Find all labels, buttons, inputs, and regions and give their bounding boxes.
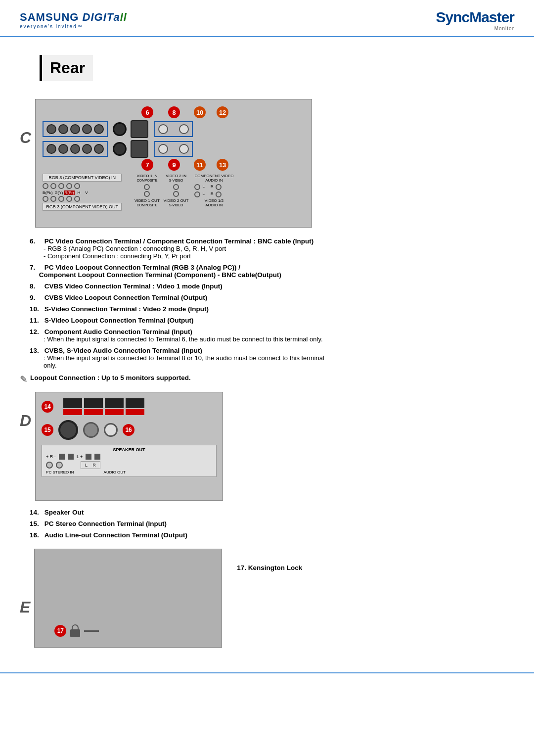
desc-num-14: 14. xyxy=(30,509,43,516)
v12-l xyxy=(194,191,200,197)
desc-item-10: 10. S-Video Connection Terminal : Video … xyxy=(30,305,514,313)
sp-sq4 xyxy=(94,454,100,460)
footer-line xyxy=(0,672,534,673)
desc-item-16: 16. Audio Line-out Connection Terminal (… xyxy=(30,531,514,539)
badge-7: 7 xyxy=(141,159,153,171)
l-conn-b1 xyxy=(43,196,48,202)
desc-num-12: 12. xyxy=(30,328,43,335)
v1-in-c xyxy=(144,184,150,190)
audio-r-label: R xyxy=(92,463,96,468)
desc-num-11: 11. xyxy=(30,317,43,324)
pc-audio-labels: PC STEREO IN AUDIO OUT xyxy=(46,470,212,474)
desc-item-7: 7. PC Video Loopout Connection Terminal … xyxy=(30,264,514,279)
conn7 xyxy=(58,144,68,154)
l-conn-a3 xyxy=(58,183,64,189)
desc-num-9: 9. xyxy=(30,294,43,301)
note-line: ✎ Loopout Connection : Up to 5 monitors … xyxy=(20,374,514,385)
desc-title-9: CVBS Video Loopout Connection Terminal (… xyxy=(44,294,207,301)
badge-13: 13 xyxy=(217,159,228,171)
comp-l-label: L xyxy=(202,184,204,190)
badge-6: 6 xyxy=(141,106,153,118)
audio-circ-l xyxy=(46,462,53,469)
rgb-out-group-top xyxy=(43,141,108,157)
desc-list-c: 6. PC Video Connection Terminal / Compon… xyxy=(30,237,514,369)
desc-num-10: 10. xyxy=(30,305,43,313)
component-audio-group xyxy=(154,121,193,137)
red-box-4 xyxy=(126,409,144,415)
desc-title-14: Speaker Out xyxy=(44,509,84,516)
desc-list-d: 14. Speaker Out 15. PC Stereo Connection… xyxy=(30,509,514,539)
desc-num-15: 15. xyxy=(30,520,43,527)
desc-sub-13a: : When the input signal is connected to … xyxy=(44,354,324,362)
v-label: V xyxy=(85,190,88,195)
red-box-2 xyxy=(84,409,103,415)
audio-r-top xyxy=(179,124,189,134)
lock-body xyxy=(70,629,80,637)
conn2 xyxy=(58,124,68,134)
v2-in-c xyxy=(173,184,179,190)
v1-out-c xyxy=(144,191,150,197)
black-box-1 xyxy=(63,398,82,408)
g-y-label: G(Y) xyxy=(55,190,63,195)
desc-item-8: 8. CVBS Video Connection Terminal : Vide… xyxy=(30,283,514,290)
black-box-3 xyxy=(105,398,124,408)
desc-item-13: 13. CVBS, S-Video Audio Connection Termi… xyxy=(30,347,514,369)
speaker-out-box: SPEAKER OUT + R - L + L R xyxy=(42,445,217,477)
conn3 xyxy=(70,124,80,134)
red-box-3 xyxy=(105,409,124,415)
diagram-e-label: E xyxy=(20,598,30,616)
video12-audio-label-text: VIDEO 1/2AUDIO IN xyxy=(194,198,233,207)
desc-title-6: PC Video Connection Terminal / Component… xyxy=(44,237,314,245)
component-audio-label-text: COMPONENT VIDEOAUDIO IN xyxy=(194,174,233,183)
video2-labels: VIDEO 2 INS-VIDEO VIDEO 2 OUTS-VIDEO xyxy=(164,174,189,207)
desc-num-8: 8. xyxy=(30,283,43,290)
diagram-c-label: C xyxy=(20,129,31,147)
r-pr-label: R(Pr) xyxy=(64,190,74,195)
video2-out-conn xyxy=(131,140,148,158)
sp-sq2 xyxy=(68,454,74,460)
audio-l-bot xyxy=(158,144,168,154)
samsung-brand-text: SAMSUNG DIGITall xyxy=(20,11,127,24)
rgb3-out-label-box: RGB 3 (COMPONENT VIDEO) OUT xyxy=(43,203,122,211)
sp-plus-r: + R - xyxy=(46,454,56,459)
desc-num-16: 16. xyxy=(30,531,43,539)
diagram-d-image: 14 xyxy=(35,392,223,501)
audio-out-conn-r xyxy=(104,423,118,437)
badge-14: 14 xyxy=(42,401,53,413)
kensington-desc: 17. Kensington Lock xyxy=(237,564,302,571)
v2-out-c xyxy=(173,191,179,197)
diagram-d-section: D 14 xyxy=(20,392,514,501)
audio-r-bot xyxy=(179,144,189,154)
video12-audio-group xyxy=(154,141,193,157)
badge-16: 16 xyxy=(123,424,134,436)
red-box-1 xyxy=(63,409,82,415)
desc-num-7: 7. xyxy=(30,264,43,271)
diagram-c-image: 6 8 10 12 xyxy=(35,99,312,228)
badge-9: 9 xyxy=(168,159,180,171)
rgb-in-group-top xyxy=(43,121,108,137)
desc-item-9: 9. CVBS Video Loopout Connection Termina… xyxy=(30,294,514,301)
video1-labels: VIDEO 1 INCOMPOSITE VIDEO 1 OUTCOMPOSITE xyxy=(134,174,160,207)
diagram-d-label: D xyxy=(20,412,31,430)
rgb3-in-label: RGB 3 (COMPONENT VIDEO) IN B(Pb) G(Y) R(… xyxy=(43,174,132,211)
black-box-2 xyxy=(84,398,103,408)
conn10 xyxy=(94,144,104,154)
l-conn-a4 xyxy=(66,183,72,189)
syncmaster-brand: SyncMaster xyxy=(436,9,514,26)
pc-stereo-in-label: PC STEREO IN xyxy=(46,470,74,474)
audio-out-label-text: AUDIO OUT xyxy=(104,470,126,474)
v12-r xyxy=(216,191,222,197)
diagram-e-section: E 17 17. Kensington Lock xyxy=(20,549,514,648)
desc-item-11: 11. S-Video Loopout Connection Terminal … xyxy=(30,317,514,324)
diagram-e-image: 17 xyxy=(34,549,222,648)
desc-title-11: S-Video Loopout Connection Terminal (Out… xyxy=(44,317,194,324)
l-conn-a2 xyxy=(50,183,56,189)
badge-11: 11 xyxy=(194,159,206,171)
desc-title-10: S-Video Connection Terminal : Video 2 mo… xyxy=(44,305,209,313)
desc-sub-6a: - RGB 3 (Analog PC) Connection : connect… xyxy=(44,245,514,252)
sp-sq3 xyxy=(86,454,91,460)
v2-in-label: VIDEO 2 INS-VIDEO xyxy=(166,174,186,183)
badge-8: 8 xyxy=(168,106,180,118)
lock-shackle xyxy=(72,624,79,629)
desc-item-14: 14. Speaker Out xyxy=(30,509,514,516)
